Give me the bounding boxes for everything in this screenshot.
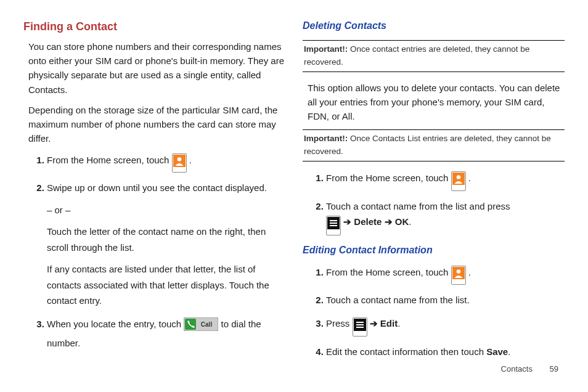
e3-end: . <box>398 318 400 329</box>
d1-text-b: . <box>468 173 471 183</box>
heading-editing-contact: Editing Contact Information <box>303 243 565 258</box>
deleting-steps: From the Home screen, touch . Touch a co… <box>308 170 565 235</box>
e4-text-a: Edit the contact information then touch <box>326 346 486 357</box>
heading-deleting-contacts: Deleting Contacts <box>303 18 565 34</box>
editing-steps: From the Home screen, touch . Touch a co… <box>308 264 565 360</box>
e4-end: . <box>508 346 510 357</box>
ok-label: OK <box>395 216 409 227</box>
finding-steps: From the Home screen, touch . Swipe up o… <box>28 152 285 351</box>
left-column: Finding a Contact You can store phone nu… <box>23 17 285 386</box>
step2-line2: Touch the letter of the contact name on … <box>47 224 285 255</box>
arrow-icon: ➔ <box>370 318 380 329</box>
notice-label: Important!: <box>304 44 348 54</box>
svg-rect-13 <box>356 322 364 323</box>
editing-step-1: From the Home screen, touch . <box>326 264 565 285</box>
e1-text-a: From the Home screen, touch <box>326 267 451 277</box>
contacts-icon <box>451 171 466 191</box>
svg-rect-8 <box>330 223 337 224</box>
arrow-icon: ➔ <box>385 216 395 227</box>
step3-text-a: When you locate the entry, touch <box>47 319 184 329</box>
editing-step-3: Press ➔ Edit. <box>326 316 565 337</box>
footer-page-number: 59 <box>550 364 558 374</box>
step2-line3: If any contacts are listed under that le… <box>47 261 285 309</box>
editing-step-4: Edit the contact information then touch … <box>326 344 565 360</box>
manual-page: Finding a Contact You can store phone nu… <box>0 0 588 392</box>
e1-text-b: . <box>468 267 471 277</box>
call-label: Call <box>201 321 213 328</box>
deleting-step-1: From the Home screen, touch . <box>326 170 565 191</box>
delete-label: Delete <box>354 216 382 227</box>
page-footer: Contacts 59 <box>501 364 558 374</box>
e3-text-a: Press <box>326 318 353 329</box>
editing-step-2: Touch a contact name from the list. <box>326 292 565 308</box>
d1-text-a: From the Home screen, touch <box>326 173 451 183</box>
svg-rect-14 <box>356 324 364 325</box>
svg-point-11 <box>456 269 460 274</box>
call-button-icon: Call <box>184 317 218 336</box>
svg-point-1 <box>177 157 181 161</box>
step2-or: – or – <box>47 202 285 218</box>
important-notice-2: Important!: Once Contacts List entries a… <box>303 129 565 161</box>
important-notice-1: Important!: Once contact entries are del… <box>303 40 565 72</box>
svg-point-5 <box>456 175 460 179</box>
intro-paragraph-1: You can store phone numbers and their co… <box>28 39 285 97</box>
finding-step-3: When you locate the entry, touch Call to… <box>47 316 285 351</box>
save-label: Save <box>486 346 508 357</box>
d2-end: . <box>409 216 411 227</box>
deleting-step-2: Touch a contact name from the list and p… <box>326 198 565 235</box>
d2-text-a: Touch a contact name from the list and p… <box>326 201 510 211</box>
step-text-end: . <box>189 155 192 165</box>
svg-rect-3 <box>185 319 196 330</box>
edit-label: Edit <box>380 318 398 329</box>
svg-rect-9 <box>330 225 337 226</box>
svg-rect-7 <box>330 220 337 221</box>
footer-section: Contacts <box>501 364 533 374</box>
menu-icon <box>326 216 341 235</box>
step2-line1: Swipe up or down until you see the conta… <box>47 182 267 193</box>
contacts-icon <box>451 266 466 285</box>
intro-paragraph-2: Depending on the storage size of the par… <box>28 103 285 146</box>
contacts-icon <box>172 153 187 173</box>
right-column: Deleting Contacts Important!: Once conta… <box>303 17 565 386</box>
svg-rect-15 <box>356 327 364 328</box>
finding-step-2: Swipe up or down until you see the conta… <box>47 180 285 309</box>
menu-icon <box>353 317 367 337</box>
notice-label: Important!: <box>304 134 348 143</box>
step-text: From the Home screen, touch <box>47 155 172 165</box>
finding-step-1: From the Home screen, touch . <box>47 152 285 173</box>
delete-paragraph: This option allows you to delete your co… <box>308 81 565 124</box>
arrow-icon: ➔ <box>343 216 354 227</box>
heading-finding-contact: Finding a Contact <box>23 18 285 36</box>
